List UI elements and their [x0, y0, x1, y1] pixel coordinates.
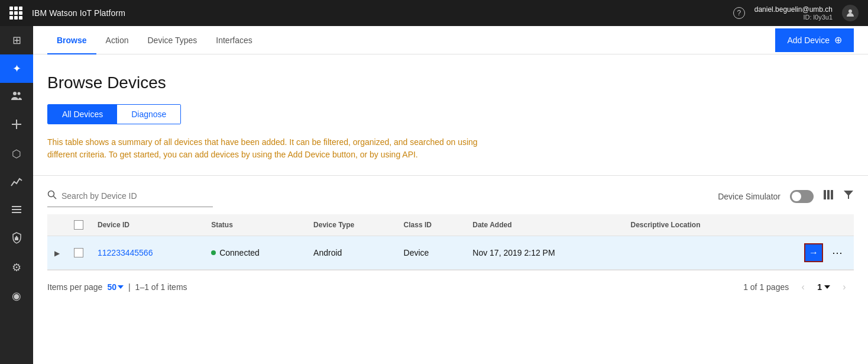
extensions-icon: ◉: [12, 289, 21, 302]
items-per-page-label: Items per page: [47, 282, 102, 292]
svg-rect-4: [12, 206, 21, 207]
per-page-select[interactable]: 50: [107, 282, 124, 292]
select-all-checkbox[interactable]: [74, 220, 83, 230]
status-dot: [211, 250, 216, 255]
table-header-row: Device ID Status Device Type Class ID Da…: [47, 214, 854, 236]
prev-page-button[interactable]: ‹: [793, 278, 812, 297]
svg-rect-11: [824, 190, 826, 199]
settings-icon: ⚙: [12, 261, 21, 274]
expand-row-button[interactable]: ▶: [54, 249, 60, 257]
table-body: ▶ 112233445566 Connected: [47, 236, 854, 270]
sidebar-item-settings[interactable]: ⚙: [0, 253, 33, 282]
dashboard-icon: ⊞: [12, 34, 21, 47]
cell-status: Connected: [204, 236, 306, 270]
col-device-type: Device Type: [306, 214, 396, 236]
cell-device-id: 112233445566: [90, 236, 204, 270]
svg-rect-6: [12, 212, 21, 213]
svg-point-0: [848, 9, 852, 13]
svg-point-1: [13, 92, 17, 95]
status-connected: Connected: [211, 248, 299, 257]
sidebar-item-connect[interactable]: [0, 111, 33, 140]
col-class-id: Class ID: [397, 214, 466, 236]
toolbar: Device Simulator: [47, 185, 854, 207]
pagination-controls: 1 of 1 pages ‹ 1 ›: [743, 278, 854, 297]
app-title: IBM Watson IoT Platform: [32, 8, 125, 18]
sidebar-item-charts[interactable]: [0, 168, 33, 197]
current-page-selector[interactable]: 1: [817, 282, 830, 292]
grid-menu-icon[interactable]: [9, 7, 22, 20]
page-body: Browse Devices All Devices Diagnose This…: [33, 54, 868, 364]
next-page-button[interactable]: ›: [835, 278, 854, 297]
more-options-button[interactable]: ⋯: [828, 243, 847, 262]
diagnose-toggle[interactable]: Diagnose: [117, 105, 180, 124]
filter-icon[interactable]: [843, 190, 854, 202]
sidebar-item-members[interactable]: [0, 83, 33, 111]
navigate-device-button[interactable]: →: [804, 243, 823, 262]
sidebar-item-dashboard[interactable]: ⊞: [0, 26, 33, 54]
col-status: Status: [204, 214, 306, 236]
sidebar-item-extensions[interactable]: ◉: [0, 282, 33, 310]
user-info: daniel.beguelin@umb.ch ID: l0y3u1: [754, 5, 833, 21]
sub-nav: Browse Action Device Types Interfaces Ad…: [33, 26, 868, 54]
items-per-page: Items per page 50 | 1–1 of 1 items: [47, 282, 187, 292]
cell-class-id: Device: [397, 236, 466, 270]
table-head: Device ID Status Device Type Class ID Da…: [47, 214, 854, 236]
user-id: ID: l0y3u1: [754, 14, 833, 21]
current-page: 1: [817, 282, 822, 292]
col-device-id: Device ID: [90, 214, 204, 236]
pagination: Items per page 50 | 1–1 of 1 items 1 of …: [47, 270, 854, 304]
help-icon[interactable]: ?: [733, 7, 745, 19]
charts-icon: [11, 176, 22, 189]
sidebar-item-rules[interactable]: [0, 197, 33, 225]
add-device-button[interactable]: Add Device ⊕: [775, 28, 854, 52]
svg-point-9: [48, 191, 54, 197]
svg-point-3: [15, 123, 18, 125]
search-icon: [47, 190, 57, 202]
search-input[interactable]: [61, 191, 213, 201]
col-date-added: Date Added: [465, 214, 623, 236]
items-range: |: [128, 282, 131, 292]
sidebar-item-security[interactable]: [0, 225, 33, 253]
sidebar-item-analyze[interactable]: ⬡: [0, 140, 33, 168]
sidebar-item-devices[interactable]: ✦: [0, 54, 33, 83]
tab-device-types[interactable]: Device Types: [138, 27, 207, 54]
expand-col-header: [47, 214, 67, 236]
add-device-plus-icon: ⊕: [834, 34, 842, 46]
tab-browse[interactable]: Browse: [47, 27, 96, 54]
table-row: ▶ 112233445566 Connected: [47, 236, 854, 270]
simulator-toggle[interactable]: [790, 190, 814, 203]
col-actions: [761, 214, 854, 236]
cell-device-type: Android: [306, 236, 396, 270]
add-device-label: Add Device: [787, 36, 830, 45]
svg-marker-16: [824, 285, 830, 289]
search-wrapper: [47, 185, 213, 207]
security-icon: [12, 232, 21, 247]
all-devices-toggle[interactable]: All Devices: [48, 105, 117, 124]
svg-rect-5: [12, 209, 21, 210]
tab-interfaces[interactable]: Interfaces: [206, 27, 261, 54]
columns-icon[interactable]: [823, 189, 834, 203]
page-count: 1 of 1 pages: [743, 282, 789, 292]
svg-rect-7: [15, 237, 18, 240]
toolbar-right: Device Simulator: [718, 189, 854, 203]
col-descriptive-location: Descriptive Location: [623, 214, 760, 236]
svg-point-2: [18, 92, 21, 95]
rules-icon: [11, 205, 22, 217]
cell-row-actions: → ⋯: [761, 236, 854, 270]
expand-cell: ▶: [47, 236, 67, 270]
row-checkbox-cell: [67, 236, 90, 270]
item-count: 1–1 of 1 items: [135, 282, 187, 292]
svg-point-8: [16, 236, 18, 237]
analyze-icon: ⬡: [12, 147, 21, 160]
svg-marker-14: [844, 191, 853, 199]
row-checkbox[interactable]: [74, 248, 83, 257]
tab-action[interactable]: Action: [96, 27, 138, 54]
info-text: This table shows a summary of all device…: [47, 136, 509, 161]
app-layout: ⊞ ✦ ⬡: [0, 26, 868, 364]
user-avatar[interactable]: [842, 5, 859, 21]
device-id-link[interactable]: 112233445566: [98, 248, 153, 257]
status-label: Connected: [219, 248, 260, 257]
top-nav: IBM Watson IoT Platform ? daniel.begueli…: [0, 0, 868, 26]
main-content: Browse Action Device Types Interfaces Ad…: [33, 26, 868, 364]
device-table: Device ID Status Device Type Class ID Da…: [47, 214, 854, 270]
